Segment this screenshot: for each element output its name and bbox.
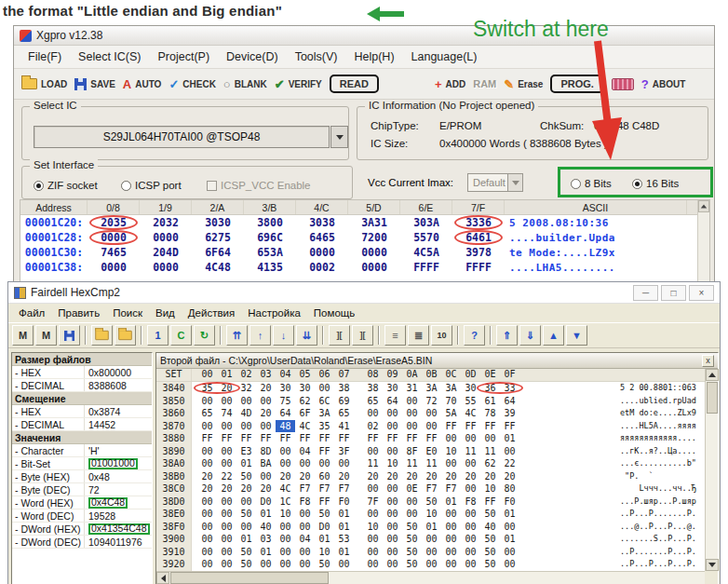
hex-byte[interactable]: 00 [383, 496, 402, 509]
hex-byte[interactable]: 60 [315, 470, 334, 483]
hex-byte[interactable]: 00 [402, 407, 422, 420]
hex-byte[interactable]: 00 [363, 546, 383, 559]
hex-byte[interactable]: 70 [441, 395, 461, 408]
hex-byte[interactable]: FF [276, 432, 295, 445]
hex-byte[interactable]: 20 [276, 470, 295, 483]
hex-byte[interactable]: 00 [236, 395, 256, 408]
hex-byte[interactable]: 00 [236, 521, 256, 534]
hex-byte[interactable]: 00 [276, 558, 295, 571]
hex-byte[interactable]: F7 [422, 482, 441, 496]
hex-byte[interactable]: 64 [276, 407, 295, 420]
hex-byte[interactable]: 50 [402, 558, 422, 571]
hex-byte[interactable]: 01 [256, 546, 276, 559]
hex-word-cell[interactable]: 3978 [452, 246, 505, 259]
hex-word-cell[interactable]: 3038 [296, 216, 348, 229]
close-file-button[interactable]: x [702, 355, 714, 367]
hex-byte[interactable]: 00 [461, 546, 480, 559]
open-first-file-icon[interactable] [91, 325, 113, 346]
hex-byte[interactable]: 00 [217, 420, 236, 433]
hex-byte[interactable]: 33 [500, 382, 519, 395]
menu-item[interactable]: Device(D) [218, 50, 287, 63]
hex-byte[interactable]: 00 [441, 457, 461, 470]
hex-byte[interactable]: 4C [461, 407, 480, 420]
hex-byte[interactable]: FF [217, 432, 236, 445]
blank-button[interactable]: ○BLANK [223, 77, 267, 91]
hex-byte[interactable]: 00 [461, 533, 480, 546]
hex-byte[interactable]: 00 [383, 533, 402, 546]
hex-byte[interactable]: 00 [363, 445, 383, 458]
hex-byte[interactable]: 6F [295, 407, 315, 420]
hex-byte[interactable]: 00 [197, 508, 217, 521]
hex-byte[interactable]: 20 [197, 470, 217, 483]
hex-byte[interactable]: 1C [276, 496, 295, 509]
hex-byte[interactable]: 30 [295, 382, 315, 395]
hex-byte[interactable]: 3A [441, 382, 461, 395]
prev-difference-icon[interactable]: ↑ [249, 325, 271, 346]
hex-word-cell[interactable]: 0002 [296, 261, 348, 274]
hex-byte[interactable]: 00 [461, 432, 480, 445]
scroll-down-button[interactable] [706, 559, 719, 571]
hex-byte[interactable]: FF [480, 496, 500, 509]
hex-byte[interactable]: F8 [461, 496, 480, 509]
hex-byte[interactable]: 20 [197, 482, 217, 496]
hex-byte[interactable]: 4C [276, 482, 295, 496]
close-button[interactable]: × [689, 285, 714, 301]
scroll-up-button[interactable] [698, 200, 709, 212]
hex-byte[interactable]: 00 [217, 546, 236, 559]
hex-word-cell[interactable]: 6F64 [192, 246, 244, 259]
hex-byte[interactable]: 00 [363, 482, 383, 496]
hex-byte[interactable]: 00 [197, 395, 217, 408]
hex-byte[interactable]: 00 [461, 558, 480, 571]
hex-byte[interactable]: 53 [334, 533, 354, 546]
hex-byte[interactable]: 00 [422, 546, 441, 559]
hex-byte[interactable]: 30 [276, 382, 295, 395]
hex-byte[interactable]: 31 [402, 382, 422, 395]
hex-byte[interactable]: 11 [363, 457, 383, 470]
hex-word-cell[interactable]: 0000 [140, 231, 192, 244]
hex-byte[interactable]: 00 [197, 521, 217, 534]
hex-byte[interactable]: 00 [295, 546, 315, 559]
hex-byte[interactable]: 00 [402, 508, 422, 521]
hex-byte[interactable]: 20 [217, 382, 236, 395]
hex-word-cell[interactable]: 6275 [192, 231, 244, 244]
hex-byte[interactable]: 00 [256, 395, 276, 408]
scroll-up-button[interactable] [706, 369, 719, 381]
hex-byte[interactable]: F7 [295, 482, 315, 496]
icsp-vcc-checkbox[interactable]: ICSP_VCC Enable [207, 176, 311, 193]
minimize-button[interactable]: ─ [633, 285, 658, 301]
find-icon[interactable]: М [12, 325, 34, 346]
menu-item[interactable]: Select IC(S) [70, 50, 149, 63]
hex-word-cell[interactable]: FFFF [452, 261, 505, 274]
hex-byte[interactable]: 11 [422, 457, 441, 470]
hex-byte[interactable]: 50 [236, 508, 256, 521]
hex-byte[interactable]: 10 [315, 546, 334, 559]
hex-byte[interactable]: 36 [480, 382, 500, 395]
hex-byte[interactable]: 01 [256, 508, 276, 521]
ic-select-dropdown-button[interactable] [330, 126, 348, 148]
hex-byte[interactable]: 62 [480, 457, 500, 470]
hex-word-cell[interactable]: 7200 [348, 231, 400, 244]
hex-byte[interactable]: 04 [295, 533, 315, 546]
hex-byte[interactable]: 65 [363, 395, 383, 408]
hex-byte[interactable]: FF [315, 445, 334, 458]
hex-byte[interactable]: 00 [402, 395, 422, 408]
hex-byte[interactable]: 00 [461, 482, 480, 496]
hex-byte[interactable]: 10 [422, 508, 441, 521]
hex-byte[interactable]: 01 [422, 521, 441, 534]
menu-item[interactable]: Tools(V) [287, 50, 346, 63]
hex-byte[interactable]: 00 [383, 420, 402, 433]
hex-byte[interactable]: 00 [256, 558, 276, 571]
hex-byte[interactable]: 30 [383, 382, 402, 395]
hex-word-cell[interactable]: 6461 [452, 231, 505, 244]
hex-byte[interactable]: 39 [500, 407, 519, 420]
compare-mode-icon[interactable]: C [170, 325, 192, 346]
hex-byte[interactable]: 00 [276, 521, 295, 534]
hex-byte[interactable]: 50 [480, 558, 500, 571]
menu-item[interactable]: Help(H) [345, 50, 402, 63]
hex-byte[interactable]: 20 [363, 470, 383, 483]
align-view-icon[interactable]: ≣ [408, 325, 429, 346]
hex-byte[interactable]: 75 [276, 395, 295, 408]
menu-item[interactable]: Править [51, 307, 106, 319]
hex-byte[interactable]: 00 [441, 546, 461, 559]
hex-byte[interactable]: 64 [383, 395, 402, 408]
